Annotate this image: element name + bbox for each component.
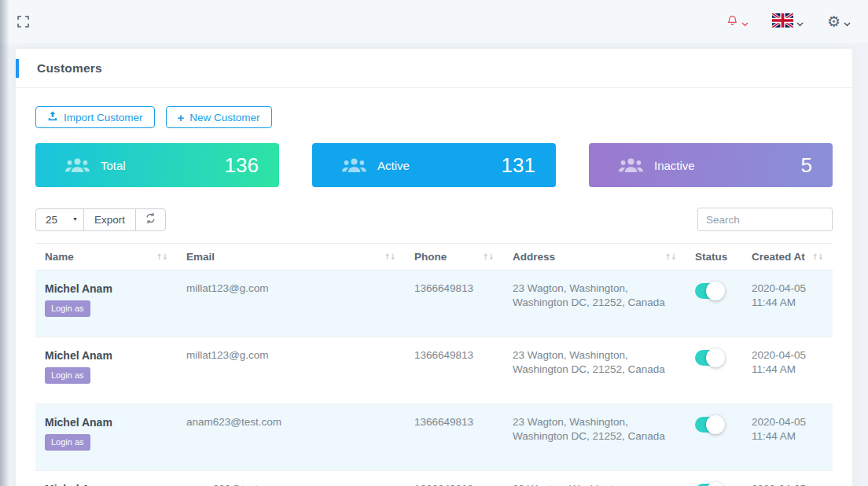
created-date: 2020-04-05	[752, 415, 823, 429]
refresh-button[interactable]	[135, 208, 166, 231]
uk-flag-icon	[772, 13, 793, 31]
sort-icon[interactable]: ↑↓	[811, 252, 823, 261]
top-navbar: ⚙	[0, 0, 868, 43]
stat-card-inactive[interactable]: Inactive 5	[589, 143, 833, 187]
column-header-phone[interactable]: Phone↑↓	[405, 244, 503, 270]
column-header-name[interactable]: Name↑↓	[35, 244, 177, 270]
new-customer-button[interactable]: + New Customer	[166, 106, 272, 128]
column-label: Status	[695, 251, 727, 263]
upload-icon	[47, 111, 58, 123]
column-label: Created At	[752, 251, 805, 263]
table-row: Michel Anam Login as anam623@test.com 13…	[35, 404, 833, 471]
login-as-button[interactable]: Login as	[45, 367, 90, 384]
customer-phone: 1366649813	[405, 271, 503, 337]
import-customer-button[interactable]: Import Customer	[35, 106, 155, 128]
refresh-icon	[145, 212, 156, 226]
table-controls: 25 ▼ Export	[35, 208, 833, 231]
sort-icon[interactable]: ↑↓	[156, 252, 167, 261]
users-icon	[619, 157, 643, 174]
status-toggle[interactable]	[695, 417, 723, 433]
column-label: Email	[186, 251, 215, 263]
page-title: Customers	[37, 61, 102, 75]
export-button[interactable]: Export	[83, 208, 136, 231]
status-cell	[686, 471, 742, 486]
customer-name: Michel Anam	[45, 282, 167, 296]
created-at-cell: 2020-04-05 11:44 AM	[742, 271, 833, 337]
sidebar-edge-shadow	[0, 0, 9, 486]
users-icon	[342, 157, 366, 174]
toggle-knob	[706, 348, 725, 367]
card-header: Customers	[16, 49, 852, 88]
created-time: 11:44 AM	[752, 363, 823, 377]
stat-value: 131	[502, 153, 535, 178]
column-header-created-at[interactable]: Created At↑↓	[742, 244, 833, 270]
table-row: Michel Anam Login as millat123@g.com 136…	[35, 337, 833, 404]
name-cell: Michel Anam Login as	[35, 271, 177, 337]
created-date: 2020-04-05	[752, 482, 823, 486]
gear-icon: ⚙	[827, 14, 840, 29]
created-time: 11:44 AM	[752, 429, 823, 444]
column-header-email[interactable]: Email↑↓	[177, 244, 405, 270]
customer-phone: 1366649813	[405, 471, 503, 486]
column-label: Address	[513, 251, 555, 263]
column-label: Name	[45, 251, 74, 263]
stat-card-active[interactable]: Active 131	[312, 143, 556, 187]
customer-email: anam623@test.com	[177, 404, 405, 470]
column-label: Phone	[414, 251, 447, 263]
stat-value: 136	[225, 153, 259, 178]
login-as-button[interactable]: Login as	[45, 300, 90, 317]
customer-name: Michel Anam	[45, 348, 167, 363]
customer-address: 23 Wagton, Washington, Washington DC, 21…	[503, 337, 686, 403]
customer-name: Michel Anam	[45, 415, 167, 429]
stat-card-total[interactable]: Total 136	[35, 143, 279, 187]
table-header-row: Name↑↓Email↑↓Phone↑↓Address↑↓StatusCreat…	[35, 243, 833, 271]
customers-table: Name↑↓Email↑↓Phone↑↓Address↑↓StatusCreat…	[35, 243, 833, 486]
name-cell: Michel Anam Login as	[35, 404, 177, 470]
created-date: 2020-04-05	[752, 348, 823, 363]
search-input[interactable]	[697, 208, 833, 231]
chevron-down-icon	[741, 16, 748, 30]
plus-icon: +	[178, 112, 185, 123]
stat-label: Active	[377, 159, 410, 172]
created-at-cell: 2020-04-05 11:44 AM	[742, 337, 833, 403]
created-at-cell: 2020-04-05 11:44 AM	[742, 404, 833, 470]
customer-phone: 1366649813	[405, 404, 503, 470]
customer-address: 23 Wagton, Washington, Washington DC, 21…	[503, 404, 686, 470]
sort-icon[interactable]: ↑↓	[664, 252, 676, 261]
toggle-knob	[706, 415, 725, 434]
customer-email: millat123@g.com	[177, 271, 405, 337]
created-time: 11:44 AM	[752, 296, 823, 310]
stats-row: Total 136 Active 131	[35, 143, 833, 187]
chevron-down-icon	[844, 16, 851, 30]
customer-address: 23 Wagton, Washington, Washington DC, 21…	[503, 271, 686, 337]
status-cell	[686, 271, 742, 337]
name-cell: Michel Anam Login as	[35, 471, 177, 486]
status-toggle[interactable]	[695, 350, 723, 366]
import-customer-label: Import Customer	[64, 112, 143, 123]
login-as-button[interactable]: Login as	[45, 434, 90, 451]
status-toggle[interactable]	[695, 283, 723, 299]
toggle-knob	[706, 482, 725, 486]
customers-card: Customers Import Customer + New Customer	[16, 49, 852, 486]
sort-icon[interactable]: ↑↓	[482, 252, 494, 261]
toggle-knob	[706, 282, 725, 300]
stat-value: 5	[801, 153, 812, 178]
page-size-select[interactable]: 25	[35, 208, 84, 231]
column-header-address[interactable]: Address↑↓	[503, 244, 686, 270]
created-at-cell: 2020-04-05 11:44 AM	[742, 471, 833, 486]
customer-name: Michel Anam	[45, 482, 167, 486]
customer-email: anam623@test.com	[177, 471, 405, 486]
status-cell	[686, 337, 742, 403]
table-body: Michel Anam Login as millat123@g.com 136…	[35, 271, 833, 486]
created-date: 2020-04-05	[752, 282, 823, 296]
chevron-down-icon	[796, 16, 804, 30]
sort-icon[interactable]: ↑↓	[384, 252, 395, 261]
bell-icon	[726, 14, 738, 30]
notifications-menu[interactable]	[726, 14, 748, 30]
action-row: Import Customer + New Customer	[35, 106, 833, 128]
table-row: Michel Anam Login as millat123@g.com 136…	[35, 271, 833, 337]
users-icon	[65, 157, 90, 174]
fullscreen-icon[interactable]	[17, 16, 29, 28]
language-menu[interactable]	[772, 13, 804, 31]
settings-menu[interactable]: ⚙	[827, 14, 851, 30]
